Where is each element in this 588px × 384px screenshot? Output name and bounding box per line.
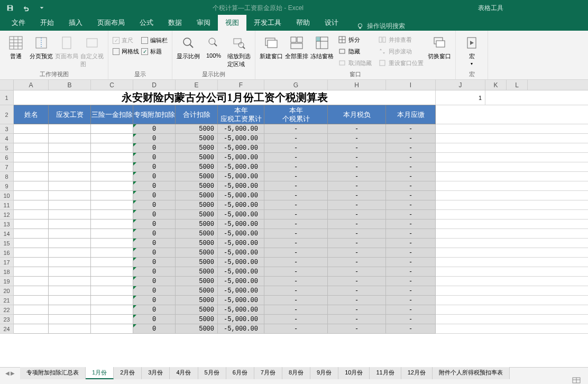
col-header-K[interactable]: K xyxy=(485,80,507,90)
cell[interactable]: - xyxy=(264,229,328,239)
cell[interactable]: - xyxy=(386,277,436,286)
sheet-tab[interactable]: 2月份 xyxy=(114,367,142,379)
cell[interactable]: - xyxy=(264,239,328,248)
worksheet-grid[interactable]: 1 永安财险内蒙古分公司1月份工资个税测算表 1 2姓名应发工资三险一金扣除专项… xyxy=(0,90,588,367)
cell[interactable] xyxy=(14,143,49,153)
cell[interactable]: 0 xyxy=(133,172,176,181)
tab-文件[interactable]: 文件 xyxy=(4,15,33,31)
cell[interactable]: -5,000.00 xyxy=(218,153,264,162)
cell[interactable]: - xyxy=(386,143,436,153)
cell[interactable]: - xyxy=(328,181,386,191)
cell[interactable]: - xyxy=(264,248,328,258)
cell[interactable]: - xyxy=(328,248,386,258)
cell[interactable]: 0 xyxy=(133,267,176,277)
cell[interactable] xyxy=(49,210,91,220)
cell[interactable]: 5000 xyxy=(176,267,218,277)
cell[interactable] xyxy=(49,153,91,162)
sheet-tab[interactable]: 3月份 xyxy=(142,367,170,379)
cell[interactable]: 0 xyxy=(133,248,176,258)
tell-me-search[interactable]: 操作说明搜索 xyxy=(346,22,405,31)
cell[interactable]: -5,000.00 xyxy=(218,258,264,267)
row-header-22[interactable]: 22 xyxy=(0,305,14,315)
sheet-tab[interactable]: 附件个人所得税预扣率表 xyxy=(433,367,510,379)
cell[interactable]: 5000 xyxy=(176,258,218,267)
cell[interactable] xyxy=(14,324,49,334)
table-header[interactable]: 合计扣除 xyxy=(176,105,218,124)
tab-开发工具[interactable]: 开发工具 xyxy=(246,15,289,31)
cell[interactable] xyxy=(14,315,49,324)
row-header-21[interactable]: 21 xyxy=(0,296,14,305)
cell[interactable] xyxy=(49,258,91,267)
sheet-tab[interactable]: 9月份 xyxy=(310,367,338,379)
cell[interactable]: 0 xyxy=(133,315,176,324)
gridlines-checkbox[interactable]: 网格线 xyxy=(113,48,139,56)
cell[interactable]: - xyxy=(264,315,328,324)
row-header-12[interactable]: 12 xyxy=(0,210,14,220)
cell[interactable]: -5,000.00 xyxy=(218,324,264,334)
cell[interactable] xyxy=(91,220,133,229)
cell[interactable]: - xyxy=(328,277,386,286)
cell[interactable] xyxy=(49,124,91,134)
qat-customize-button[interactable] xyxy=(35,2,49,14)
cell[interactable]: - xyxy=(264,305,328,315)
cell[interactable]: - xyxy=(264,324,328,334)
row-header-9[interactable]: 9 xyxy=(0,181,14,191)
cell[interactable]: 1 xyxy=(436,90,485,105)
cell[interactable]: -5,000.00 xyxy=(218,162,264,172)
cell[interactable] xyxy=(14,258,49,267)
cell[interactable] xyxy=(91,248,133,258)
row-header-16[interactable]: 16 xyxy=(0,248,14,258)
cell[interactable]: 5000 xyxy=(176,277,218,286)
cell[interactable]: - xyxy=(386,153,436,162)
cell[interactable] xyxy=(14,172,49,181)
cell[interactable]: 0 xyxy=(133,162,176,172)
cell[interactable]: - xyxy=(328,200,386,210)
cell-blank[interactable] xyxy=(436,200,588,210)
cell[interactable] xyxy=(49,296,91,305)
save-button[interactable] xyxy=(3,2,17,14)
sheet-tab[interactable]: 7月份 xyxy=(254,367,282,379)
cell-blank[interactable] xyxy=(436,153,588,162)
cell[interactable]: 5000 xyxy=(176,220,218,229)
page-layout-button[interactable]: 页面布局 xyxy=(55,32,78,60)
cell[interactable]: 0 xyxy=(133,210,176,220)
cell[interactable]: - xyxy=(386,162,436,172)
cell[interactable]: - xyxy=(386,296,436,305)
sheet-tab[interactable]: 10月份 xyxy=(338,367,370,379)
cell[interactable] xyxy=(91,210,133,220)
normal-view-button[interactable]: 普通 xyxy=(4,32,27,60)
cell[interactable] xyxy=(49,181,91,191)
cell[interactable] xyxy=(14,267,49,277)
cell-blank[interactable] xyxy=(436,181,588,191)
row-header-15[interactable]: 15 xyxy=(0,239,14,248)
cell[interactable]: - xyxy=(328,124,386,134)
cell[interactable]: 5000 xyxy=(176,172,218,181)
cell[interactable]: - xyxy=(264,153,328,162)
cell[interactable] xyxy=(49,315,91,324)
cell[interactable]: 5000 xyxy=(176,315,218,324)
normal-view-icon[interactable] xyxy=(572,377,583,384)
cell[interactable]: - xyxy=(328,172,386,181)
row-header-3[interactable]: 3 xyxy=(0,124,14,134)
cell-blank[interactable] xyxy=(436,134,588,143)
cell[interactable]: - xyxy=(328,220,386,229)
cell[interactable] xyxy=(14,277,49,286)
col-header-D[interactable]: D xyxy=(133,80,176,90)
cell[interactable] xyxy=(14,162,49,172)
cell[interactable]: - xyxy=(386,172,436,181)
cell-blank[interactable] xyxy=(436,248,588,258)
cell-blank[interactable] xyxy=(436,220,588,229)
cell[interactable]: 5000 xyxy=(176,305,218,315)
cell[interactable]: 0 xyxy=(133,258,176,267)
cell[interactable] xyxy=(91,191,133,200)
cell[interactable] xyxy=(91,172,133,181)
cell[interactable]: - xyxy=(386,258,436,267)
select-all-corner[interactable] xyxy=(0,80,14,90)
cell-blank[interactable] xyxy=(436,277,588,286)
row-header-13[interactable]: 13 xyxy=(0,220,14,229)
zoom-button[interactable]: 显示比例 xyxy=(177,32,200,60)
table-header[interactable]: 本年应税工资累计 xyxy=(218,105,264,124)
cell[interactable]: - xyxy=(264,143,328,153)
row-header-6[interactable]: 6 xyxy=(0,153,14,162)
cell[interactable]: - xyxy=(328,286,386,296)
